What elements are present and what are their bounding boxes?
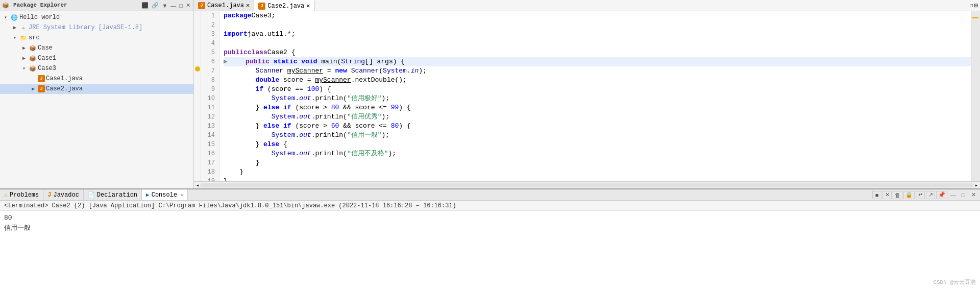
code-line-15: } else { <box>224 140 971 149</box>
tree-arrow-case1-pkg: ▶ <box>20 55 28 62</box>
tree-arrow-case2-java: ▶ <box>30 85 37 92</box>
code-line-5: public class Case2 { <box>224 48 971 57</box>
problems-tab[interactable]: ⚠ Problems <box>0 189 43 200</box>
tree-label-case1-java: Case1.java <box>46 75 83 82</box>
code-content[interactable]: package Case3; import java.util.*; publi… <box>219 11 971 181</box>
console-tab[interactable]: ▶ Console ✕ <box>142 189 188 200</box>
close-tab-case2[interactable]: ✕ <box>306 2 310 10</box>
src-folder-icon: 📁 <box>19 34 28 42</box>
link-with-editor-button[interactable]: 🔗 <box>151 2 160 9</box>
tree-item-jre[interactable]: ▶ ☕ JRE System Library [JavaSE-1.8] <box>0 22 193 33</box>
file-tree: ▾ 🌐 Hello world ▶ ☕ JRE System Library [… <box>0 11 193 188</box>
declaration-tab[interactable]: 📄 Declaration <box>84 189 142 200</box>
editor-tab-case1[interactable]: J Case1.java ✕ <box>194 0 254 11</box>
overview-marker-1 <box>972 17 978 18</box>
close-tab-case1[interactable]: ✕ <box>246 2 250 9</box>
console-icon: ▶ <box>146 191 150 198</box>
declaration-icon: 📄 <box>88 191 95 198</box>
tree-label-jre: JRE System Library [JavaSE-1.8] <box>29 24 142 31</box>
editor-tab-bar: J Case1.java ✕ J Case2.java ✕ □ ⊟ <box>194 0 980 11</box>
minimize-console-button[interactable]: — <box>948 191 958 199</box>
tree-label-case1-pkg: Case1 <box>38 55 56 62</box>
collapse-all-button[interactable]: ⬛ <box>140 2 150 9</box>
tree-label-src: src <box>29 34 40 41</box>
javadoc-tab-label: Javadoc <box>53 191 79 199</box>
tree-item-case1-pkg[interactable]: ▶ 📦 Case1 <box>0 53 193 63</box>
remove-launch-button[interactable]: ✕ <box>883 191 892 199</box>
code-line-18: } <box>224 167 971 177</box>
tree-arrow-src: ▾ <box>11 34 18 41</box>
javadoc-tab[interactable]: J Javadoc <box>43 189 84 200</box>
editor-right-margin <box>971 11 980 181</box>
clear-console-button[interactable]: 🗑 <box>893 191 902 199</box>
code-line-1: package Case3; <box>224 11 971 20</box>
sidebar-title: Package Explorer <box>11 0 138 11</box>
sidebar-toolbar: ⬛ 🔗 ▼ — □ ✕ <box>140 2 191 9</box>
tree-arrow-jre: ▶ <box>11 24 18 31</box>
tree-arrow-case3-pkg: ▾ <box>20 65 28 72</box>
maximize-editor-button[interactable]: □ <box>970 3 973 8</box>
code-line-8: double score = myScanner.nextDouble(); <box>224 76 971 85</box>
h-scrollbar-track[interactable] <box>200 183 974 187</box>
sidebar-menu-button[interactable]: ▼ <box>161 2 168 9</box>
console-toolbar: ■ ✕ 🗑 🔒 ↵ ↗ 📌 — □ ✕ <box>872 189 980 200</box>
problems-icon: ⚠ <box>4 191 8 198</box>
tree-item-hello-world[interactable]: ▾ 🌐 Hello world <box>0 12 193 22</box>
package-case3-icon: 📦 <box>29 64 37 73</box>
scroll-lock-button[interactable]: 🔒 <box>903 191 915 199</box>
java-tab-icon-case1: J <box>198 2 205 9</box>
java-case2-icon: J <box>38 85 45 92</box>
java-case1-icon: J <box>38 75 45 82</box>
package-case1-icon: 📦 <box>29 54 37 62</box>
sidebar-maximize-button[interactable]: □ <box>178 2 184 9</box>
code-line-17: } <box>224 158 971 167</box>
tree-item-case1-java[interactable]: ▶ J Case1.java <box>0 74 193 84</box>
terminate-button[interactable]: ■ <box>872 191 881 199</box>
console-output-line-2: 信用一般 <box>4 223 976 233</box>
console-header-text: <terminated> Case2 (2) [Java Application… <box>4 202 456 209</box>
maximize-console-button[interactable]: □ <box>959 191 968 199</box>
scroll-right-btn[interactable]: ▸ <box>974 182 979 188</box>
console-header: <terminated> Case2 (2) [Java Application… <box>0 201 980 211</box>
console-tab-label: Console <box>152 191 177 199</box>
code-line-9: if (score == 100) { <box>224 85 971 94</box>
pin-console-button[interactable]: 📌 <box>936 191 947 199</box>
gutter-marker <box>194 66 201 76</box>
tree-label-hello-world: Hello world <box>19 14 60 21</box>
java-tab-icon-case2: J <box>258 3 265 10</box>
sidebar-close-button[interactable]: ✕ <box>185 2 191 9</box>
tree-item-case[interactable]: ▶ 📦 Case <box>0 43 193 53</box>
project-icon: 🌐 <box>10 13 18 21</box>
code-editor[interactable]: 12345 678910 1112131415 1617181920 packa… <box>194 11 980 181</box>
scroll-left-btn[interactable]: ◂ <box>195 182 200 188</box>
declaration-tab-label: Declaration <box>97 191 137 199</box>
jar-icon: ☕ <box>19 23 28 32</box>
editor-h-scrollbar[interactable]: ◂ ▸ <box>194 181 980 188</box>
editor-tab-label-case2: Case2.java <box>267 3 304 10</box>
code-line-14: System.out.println("信用一般"); <box>224 131 971 140</box>
tree-arrow-case: ▶ <box>20 44 28 52</box>
code-line-12: System.out.println("信用优秀"); <box>224 112 971 122</box>
editor-tab-case2[interactable]: J Case2.java ✕ <box>254 0 314 11</box>
tree-label-case2-java: Case2.java <box>46 85 83 92</box>
tree-label-case3-pkg: Case3 <box>38 65 56 72</box>
console-close-icon[interactable]: ✕ <box>180 192 183 198</box>
open-console-button[interactable]: ↗ <box>926 191 935 199</box>
editor-panel: J Case1.java ✕ J Case2.java ✕ □ ⊟ <box>194 0 980 188</box>
code-line-3: import java.util.*; <box>224 30 971 39</box>
package-case-icon: 📦 <box>29 44 37 52</box>
console-content-wrap: <terminated> Case2 (2) [Java Application… <box>0 201 980 288</box>
tree-item-case2-java[interactable]: ▶ J Case2.java <box>0 84 193 94</box>
tree-item-src[interactable]: ▾ 📁 src <box>0 33 193 43</box>
tree-arrow-hello-world: ▾ <box>2 14 9 21</box>
problems-tab-label: Problems <box>10 191 39 199</box>
code-line-16: System.out.println("信用不及格"); <box>224 149 971 158</box>
word-wrap-button[interactable]: ↵ <box>916 191 925 199</box>
sidebar-minimize-button[interactable]: — <box>169 2 177 9</box>
restore-editor-button[interactable]: ⊟ <box>974 3 978 8</box>
code-line-19: } <box>224 177 971 181</box>
bottom-tab-bar: ⚠ Problems J Javadoc 📄 Declaration ▶ Con… <box>0 189 980 201</box>
close-console-button[interactable]: ✕ <box>969 191 978 199</box>
editor-gutter <box>194 11 201 181</box>
tree-item-case3-pkg[interactable]: ▾ 📦 Case3 <box>0 63 193 74</box>
